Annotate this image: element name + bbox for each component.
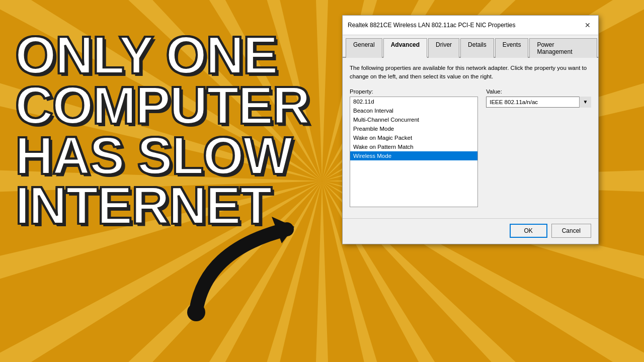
value-label: Value: bbox=[486, 88, 591, 95]
ok-button[interactable]: OK bbox=[510, 224, 547, 238]
property-item-multichannel[interactable]: Multi-Channel Concurrent bbox=[350, 115, 477, 124]
value-dropdown[interactable]: IEEE 802.11a/n/ac IEEE 802.11b/g/n IEEE … bbox=[486, 97, 591, 108]
property-item-preamble[interactable]: Preamble Mode bbox=[350, 124, 477, 133]
dialog-title: Realtek 8821CE Wireless LAN 802.11ac PCI… bbox=[348, 22, 515, 29]
arrow-decoration bbox=[166, 189, 357, 332]
property-label: Property: bbox=[350, 88, 478, 95]
title-line1: ONLY ONE bbox=[15, 30, 307, 80]
properties-dialog: Realtek 8821CE Wireless LAN 802.11ac PCI… bbox=[342, 15, 599, 244]
property-list[interactable]: 802.11d Beacon Interval Multi-Channel Co… bbox=[350, 97, 478, 207]
tab-general[interactable]: General bbox=[346, 38, 382, 58]
tab-bar: General Advanced Driver Details Events P… bbox=[343, 35, 598, 58]
svg-marker-0 bbox=[309, 0, 335, 181]
arrow-svg bbox=[166, 189, 357, 330]
tab-details[interactable]: Details bbox=[460, 38, 494, 58]
property-item-wireless-mode[interactable]: Wireless Mode bbox=[350, 151, 477, 160]
title-line2: COMPUTER bbox=[15, 80, 307, 131]
property-item-80211d[interactable]: 802.11d bbox=[350, 97, 477, 106]
close-button[interactable]: ✕ bbox=[582, 20, 593, 31]
dialog-titlebar: Realtek 8821CE Wireless LAN 802.11ac PCI… bbox=[343, 16, 598, 35]
columns-layout: Property: 802.11d Beacon Interval Multi-… bbox=[350, 88, 591, 207]
description-text: The following properties are available f… bbox=[350, 64, 591, 81]
dialog-overlay: Realtek 8821CE Wireless LAN 802.11ac PCI… bbox=[342, 15, 599, 244]
svg-point-24 bbox=[187, 303, 205, 321]
tab-power-management[interactable]: Power Management bbox=[529, 38, 597, 58]
tab-advanced[interactable]: Advanced bbox=[383, 38, 427, 58]
dialog-buttons: OK Cancel bbox=[343, 218, 598, 244]
dialog-content: The following properties are available f… bbox=[343, 58, 598, 213]
tab-driver[interactable]: Driver bbox=[428, 38, 459, 58]
title-line3: HAS SLOW bbox=[15, 131, 307, 181]
value-dropdown-wrapper: IEEE 802.11a/n/ac IEEE 802.11b/g/n IEEE … bbox=[486, 97, 591, 108]
cancel-button[interactable]: Cancel bbox=[551, 224, 591, 238]
tab-events[interactable]: Events bbox=[495, 38, 529, 58]
property-column: Property: 802.11d Beacon Interval Multi-… bbox=[350, 88, 478, 207]
property-item-wakemagic[interactable]: Wake on Magic Packet bbox=[350, 133, 477, 142]
value-column: Value: IEEE 802.11a/n/ac IEEE 802.11b/g/… bbox=[486, 88, 591, 207]
property-item-wakepattern[interactable]: Wake on Pattern Match bbox=[350, 142, 477, 151]
property-item-beacon[interactable]: Beacon Interval bbox=[350, 106, 477, 115]
